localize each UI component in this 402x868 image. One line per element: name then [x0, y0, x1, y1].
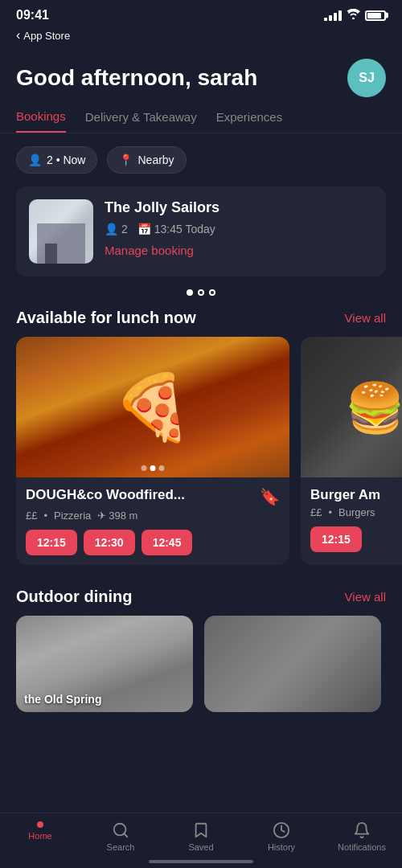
time-slots-burger: 12:15 — [310, 526, 402, 552]
card-dot-1 — [142, 465, 147, 471]
dot-1 — [187, 289, 193, 296]
price-range-burger: ££ — [310, 506, 322, 518]
booking-meta: 👤 2 📅 13:45 Today — [105, 223, 373, 235]
wifi-icon — [347, 9, 360, 22]
guests-filter-chip[interactable]: 👤 2 • Now — [16, 146, 97, 174]
distance: ✈ 398 m — [97, 510, 137, 522]
price-range: ££ — [26, 510, 37, 522]
card-image-wrapper — [16, 337, 289, 477]
nav-label-search: Search — [107, 842, 135, 852]
outdoor-card-2-image — [204, 616, 381, 712]
card-subtitle: ££ • Pizzeria ✈ 398 m — [26, 510, 280, 522]
guests-filter-label: 2 • Now — [47, 154, 85, 166]
card-body-burger: Burger Am ££ • Burgers 12:15 — [301, 477, 402, 562]
restaurant-card-burger: Burger Am ££ • Burgers 12:15 — [301, 337, 402, 565]
avatar[interactable]: SJ — [347, 59, 386, 97]
nav-item-search[interactable]: Search — [80, 813, 161, 855]
pizza-image — [16, 337, 289, 477]
greeting-text: Good afternoon, sarah — [16, 65, 257, 91]
time-slots: 12:15 12:30 12:45 — [26, 530, 280, 555]
location-icon: 📍 — [119, 154, 133, 166]
nav-label-saved: Saved — [188, 842, 213, 852]
status-time: 09:41 — [16, 8, 49, 23]
nav-item-history[interactable]: History — [241, 813, 322, 855]
bookmark-icon[interactable]: 🔖 — [260, 487, 280, 506]
nav-item-notifications[interactable]: Notifications — [322, 813, 402, 855]
bookmark-nav-icon — [192, 821, 210, 839]
booking-restaurant-image — [29, 199, 93, 264]
calendar-icon: 📅 — [137, 223, 151, 235]
tab-experiences[interactable]: Experiences — [216, 110, 283, 132]
outdoor-section-header: Outdoor dining View all — [0, 578, 402, 616]
svg-line-1 — [124, 833, 127, 837]
card-body: DOUGH&co Woodfired... 🔖 ££ • Pizzeria ✈ … — [16, 477, 289, 565]
lunch-section-header: Available for lunch now View all — [0, 299, 402, 337]
time-slot-1215[interactable]: 12:15 — [26, 530, 77, 555]
time-slot-burger-1215[interactable]: 12:15 — [310, 526, 362, 552]
outdoor-section-title: Outdoor dining — [16, 588, 132, 606]
restaurant-name: DOUGH&co Woodfired... — [26, 487, 260, 503]
lunch-section-title: Available for lunch now — [16, 309, 196, 327]
card-image-wrapper-2 — [301, 337, 402, 477]
header: Good afternoon, sarah SJ — [0, 51, 402, 109]
app-store-label: App Store — [23, 30, 70, 42]
tab-bookings[interactable]: Bookings — [16, 109, 66, 133]
filter-row: 👤 2 • Now 📍 Nearby — [0, 133, 402, 186]
back-chevron-icon: ‹ — [16, 28, 20, 43]
booking-card: The Jolly Sailors 👤 2 📅 13:45 Today Mana… — [16, 186, 386, 276]
signal-icon — [324, 10, 342, 21]
booking-time: 📅 13:45 Today — [137, 223, 215, 235]
navigation-icon: ✈ — [97, 510, 106, 522]
nav-label-home: Home — [28, 831, 51, 841]
dot-3 — [209, 289, 215, 296]
bell-icon — [353, 821, 371, 839]
outdoor-cards-row — [0, 616, 402, 712]
outdoor-card-2[interactable] — [204, 616, 381, 712]
outdoor-card-old-spring[interactable] — [16, 616, 193, 712]
outdoor-view-all[interactable]: View all — [345, 590, 386, 604]
manage-booking-link[interactable]: Manage booking — [105, 244, 373, 257]
home-dot-icon — [37, 821, 43, 828]
time-slot-1230[interactable]: 12:30 — [84, 530, 135, 555]
location-filter-chip[interactable]: 📍 Nearby — [107, 146, 186, 174]
card-subtitle-burger: ££ • Burgers — [310, 506, 402, 518]
carousel-dots — [0, 289, 402, 296]
card-dot-3 — [159, 465, 165, 471]
booking-guests: 👤 2 — [105, 223, 128, 235]
booking-inner: The Jolly Sailors 👤 2 📅 13:45 Today Mana… — [29, 199, 373, 264]
booking-details: The Jolly Sailors 👤 2 📅 13:45 Today Mana… — [105, 199, 373, 257]
status-bar: 09:41 — [0, 0, 402, 27]
person-icon-small: 👤 — [105, 223, 118, 235]
battery-icon — [365, 10, 386, 21]
tab-delivery-takeaway[interactable]: Delivery & Takeaway — [85, 110, 197, 132]
search-icon — [112, 821, 129, 839]
app-store-bar[interactable]: ‹ App Store — [0, 27, 402, 51]
tab-bar: Bookings Delivery & Takeaway Experiences — [0, 109, 402, 133]
person-icon: 👤 — [28, 154, 42, 166]
status-icons — [324, 9, 386, 22]
card-dot-2 — [150, 465, 156, 471]
nav-label-notifications: Notifications — [338, 842, 386, 852]
burger-image — [301, 337, 402, 477]
dot-2 — [198, 289, 204, 296]
nav-item-home[interactable]: Home — [0, 813, 80, 855]
card-header-row-burger: Burger Am — [310, 487, 402, 503]
location-filter-label: Nearby — [137, 154, 174, 166]
home-indicator — [149, 860, 253, 863]
lunch-view-all[interactable]: View all — [345, 311, 386, 325]
restaurant-cards-row: DOUGH&co Woodfired... 🔖 ££ • Pizzeria ✈ … — [0, 337, 402, 578]
booking-restaurant-name: The Jolly Sailors — [105, 199, 373, 216]
cuisine-type: Pizzeria — [54, 510, 91, 522]
nav-item-saved[interactable]: Saved — [161, 813, 241, 855]
outdoor-section: Outdoor dining View all — [0, 578, 402, 776]
old-spring-image — [16, 616, 193, 712]
card-header-row: DOUGH&co Woodfired... 🔖 — [26, 487, 280, 506]
time-slot-1245[interactable]: 12:45 — [142, 530, 193, 555]
restaurant-name-burger: Burger Am — [310, 487, 402, 503]
cuisine-type-burger: Burgers — [338, 506, 375, 518]
nav-label-history: History — [268, 842, 295, 852]
card-image-dots — [142, 465, 165, 471]
history-icon — [273, 821, 290, 839]
restaurant-card-doughco: DOUGH&co Woodfired... 🔖 ££ • Pizzeria ✈ … — [16, 337, 289, 565]
